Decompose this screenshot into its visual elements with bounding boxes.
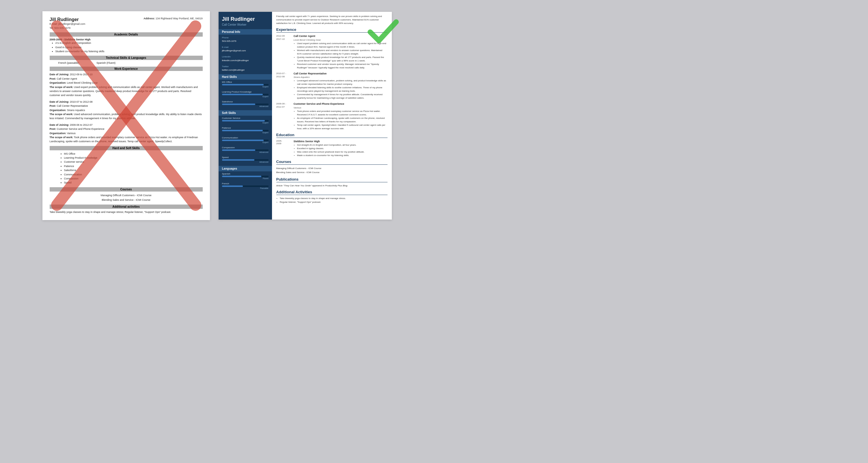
bullet: Quickly mastered deep product knowledge … (297, 56, 388, 63)
skill-bar (222, 186, 243, 187)
company-3: Various (294, 106, 388, 110)
skill-bar (222, 84, 264, 86)
skill-spanish: Spanish (Fluent) (96, 61, 116, 64)
skill-customer-service: Customer Service Expert (219, 116, 272, 126)
academic-entry: 2005-2009 - Stebbins Senior High A's in … (50, 38, 203, 53)
courses-list: Managing Difficult Customers - ICMI Cour… (50, 193, 203, 202)
course-item: Managing Difficult Customers - ICMI Cour… (50, 193, 203, 198)
sidebar-phone: Phone 503-935-1679 (219, 35, 272, 44)
activity-item: Regular listener, "Support Ops" podcast. (280, 200, 388, 204)
skill-bar (222, 104, 255, 105)
skill-item: Compassion (64, 176, 203, 180)
school-name: Stebbins Senior High (294, 140, 388, 144)
candidate-name: Jill Rudlinger (50, 17, 86, 22)
skill-ms-office: MS Office Expert (219, 79, 272, 90)
work-entries: Date of Joining: 2012-09 to 2017-10 Post… (50, 72, 203, 143)
bullet: Employed elevated listening skills to so… (297, 86, 388, 93)
languages-title: Languages (219, 166, 272, 171)
skill-speed: Speed Advanced (219, 155, 272, 165)
phone-label: Phone (222, 36, 269, 39)
work-entry-2: Date of Joining: 2010-07 to 2012-08 Post… (50, 100, 203, 121)
skill-bar (222, 94, 263, 95)
lang-french: French Passable (219, 181, 272, 191)
skill-bar (222, 150, 255, 151)
skill-item: Learning Product Knowledge (64, 156, 203, 160)
edu-date-1: 2005-2009 (276, 140, 294, 158)
email-value: jillrudlinger@gmail.com (58, 23, 85, 25)
work-scope-1: The scope of work: Used expert problem s… (50, 85, 203, 98)
work-post-2: Post: Call Center Representative (50, 104, 203, 108)
contact-info: E-Mail: jillrudlinger@gmail.com Tel: 503… (50, 22, 86, 30)
bullet: As employee of Friedman Landscaping, spo… (297, 117, 388, 124)
twitter-value: twitter.com/jillrudlinger (222, 69, 245, 71)
bullet: Was voted onto the school yearbook team … (297, 150, 388, 154)
address-label: Address: (144, 17, 155, 20)
work-org-1: Organization: Level Bevel Climbing Gear (50, 81, 203, 85)
address: Address: 134 Rightward Way Portland, ME,… (144, 17, 203, 20)
bullet: Excelled in typing classes. (297, 147, 388, 150)
linkedin-label: LinkedIn (222, 55, 269, 58)
bullet: Took phone orders and provided exemplary… (297, 110, 388, 117)
work-entry-1: Date of Joining: 2012-09 to 2017-10 Post… (50, 72, 203, 97)
exp-date-2: 2010-07 -2012-08 (276, 72, 294, 100)
hard-skills-list: MS Office Expert Learning Product Knowle… (219, 79, 272, 109)
job-title-1: Call Center Agent (294, 34, 388, 38)
email-label: E-mail (222, 45, 269, 49)
exp-bullets-2: Leveraged advanced communication, proble… (297, 79, 388, 100)
skill-bar (222, 120, 265, 122)
work-org-2: Organization: Sirano Aquatics (50, 108, 203, 112)
skills-row: French (passable) Spanish (Fluent) (58, 61, 203, 64)
skill-compassion: Compassion Advanced (219, 145, 272, 155)
exp-body-3: Customer Service and Phone Experience Va… (294, 102, 388, 130)
work-org-3: Organization: Various (50, 131, 203, 135)
additional-text: Take biweekly yoga classes to stay in sh… (50, 210, 203, 214)
linkedin-value: linkedin.com/in/jillrudlinger (222, 59, 249, 62)
course-item: Blending Sales and Service - ICMI Course (50, 198, 203, 202)
languages-list: Spanish Fluent French Passable (219, 171, 272, 191)
courses-section-bar: Courses (50, 187, 203, 192)
exp-entry-1: 2012-092017-10 Call Center Agent Level B… (276, 34, 388, 69)
work-post-1: Post: Call Center Agent (50, 77, 203, 81)
education-section-title: Education (276, 133, 388, 138)
email-value: jillrudlinger@gmail.com (222, 49, 246, 52)
course-item: Blending Sales and Service - ICMI Course (276, 170, 388, 174)
bullet: Got straight A's in English and Composit… (297, 143, 388, 147)
company-1: Level Bevel Climbing Gear (294, 38, 388, 42)
sidebar-linkedin: LinkedIn linkedin.com/in/jillrudlinger (219, 54, 272, 63)
resume-main-content: Friendly call center agent with 7+ years… (272, 12, 392, 220)
bullet: Worked with manufacturers and vendors to… (297, 49, 388, 56)
academic-section-bar: Academic Details (50, 32, 203, 37)
summary-text: Friendly call center agent with 7+ years… (276, 15, 388, 25)
skills-section-bar: Hard and Soft Skills (50, 146, 203, 150)
exp-entry-3: 2009-06 -2012-07 Customer Service and Ph… (276, 102, 388, 130)
bullet: Temp call center agent, SpeedyCollect. H… (297, 124, 388, 130)
skill-salesforce: Salesforce Advanced (219, 99, 272, 109)
exp-body-2: Call Center Representative Sirano Aquati… (294, 72, 388, 100)
bullet: Used expert problem solving and communic… (297, 42, 388, 49)
job-title-2: Call Center Representative (294, 72, 388, 76)
academic-item: A's in English and Composition (56, 41, 203, 45)
edu-body-1: Stebbins Senior High Got straight A's in… (294, 140, 388, 158)
courses-section-title: Courses (276, 160, 388, 165)
academic-item: Student co-counselor for my listening sk… (56, 49, 203, 53)
lang-spanish: Spanish Fluent (219, 171, 272, 181)
sidebar-header: Jill Rudlinger Call Center Worker (219, 12, 272, 29)
experience-section-title: Experience (276, 27, 388, 33)
skill-bar (222, 176, 261, 177)
work-entry-3: Date of Joining: 2009-06 to 2012-07 Post… (50, 123, 203, 144)
edu-bullets: Got straight A's in English and Composit… (297, 143, 388, 157)
work-date-1: Date of Joining: 2012-09 to 2017-10 (50, 72, 203, 76)
bullet: Leveraged advanced communication, proble… (297, 79, 388, 86)
work-scope-2: The scope of work: Used advanced communi… (50, 112, 203, 121)
additional-section-bar: Additional activities (50, 204, 203, 209)
publications-section-title: Publications (276, 177, 388, 182)
work-section-bar: Work Experience (50, 67, 203, 71)
resume-sidebar: Jill Rudlinger Call Center Worker Person… (219, 12, 272, 220)
skill-item: Patience (64, 164, 203, 168)
exp-body-1: Call Center Agent Level Bevel Climbing G… (294, 34, 388, 69)
tel-label: Tel: (50, 27, 54, 29)
additional-activities-list: Take biweekly yoga classes to stay in sh… (280, 197, 388, 204)
skill-patience: Patience Expert (219, 126, 272, 135)
course-item: Managing Difficult Customers - ICMI Cour… (276, 166, 388, 170)
exp-date-3: 2009-06 -2012-07 (276, 102, 294, 130)
